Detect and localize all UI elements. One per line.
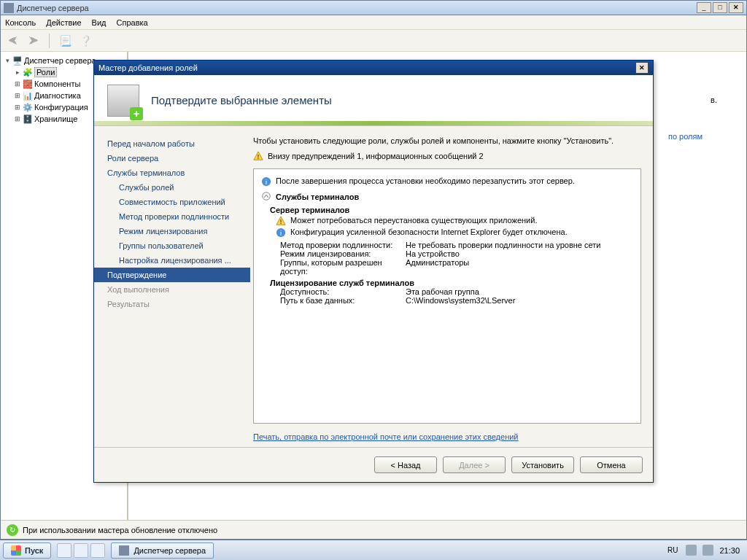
taskbar-app-label: Диспетчер сервера (133, 546, 206, 555)
kv-val: На устройство (406, 249, 460, 258)
collapse-icon[interactable] (261, 191, 271, 203)
expander-icon[interactable]: ▾ (4, 57, 11, 64)
maximize-button[interactable]: □ (713, 2, 727, 13)
info-icon: i (276, 228, 286, 239)
toolbar-separator (49, 34, 50, 48)
wizard-close-button[interactable]: ✕ (635, 62, 649, 74)
minimize-button[interactable]: _ (697, 2, 711, 13)
status-bar: ↻ При использовании мастера обновление о… (1, 520, 746, 539)
kv-key: Режим лицензирования: (280, 249, 406, 258)
expander-icon[interactable]: ⊞ (14, 92, 21, 99)
cancel-button[interactable]: Отмена (580, 456, 643, 473)
expander-icon[interactable]: ▸ (14, 69, 21, 76)
kv-key: Путь к базе данных: (280, 296, 406, 305)
components-icon: 🧱 (23, 79, 33, 89)
quick-launch-item[interactable] (57, 543, 71, 558)
tray-icon[interactable] (686, 545, 697, 556)
back-button[interactable]: < Назад (374, 456, 437, 473)
next-button: Далее > (443, 456, 506, 473)
intro-text: Чтобы установить следующие роли, службы … (253, 136, 641, 145)
svg-point-4 (263, 192, 271, 201)
nav-licensing-config[interactable]: Настройка лицензирования ... (94, 253, 250, 268)
warning-icon: ! (276, 216, 286, 226)
menu-help[interactable]: Справка (117, 18, 148, 27)
kv-val: Администраторы (406, 258, 469, 276)
clock[interactable]: 21:30 (719, 546, 740, 555)
nav-auth-method[interactable]: Метод проверки подлинности (94, 209, 250, 224)
expander-icon[interactable]: ⊞ (14, 115, 21, 122)
app-icon (4, 3, 14, 13)
taskbar[interactable]: Пуск Диспетчер сервера RU 21:30 (0, 540, 747, 560)
quick-launch-item[interactable] (74, 543, 88, 558)
forward-button: ⮞ (26, 33, 42, 49)
svg-text:!: ! (258, 153, 259, 160)
nav-server-roles[interactable]: Роли сервера (94, 151, 250, 166)
warning-icon: ! (253, 151, 263, 161)
wizard-icon (107, 85, 139, 117)
refresh-status-icon: ↻ (7, 524, 18, 536)
svg-text:!: ! (280, 218, 282, 225)
back-button: ⮜ (5, 33, 21, 49)
menu-view[interactable]: Вид (92, 18, 107, 27)
text-fragment: в. (711, 96, 717, 104)
menu-console[interactable]: Консоль (5, 18, 36, 27)
info-text: После завершения процесса установки необ… (276, 176, 575, 185)
server-icon: 🖥️ (12, 55, 23, 66)
config-icon: ⚙️ (23, 102, 33, 112)
expander-icon[interactable]: ⊞ (14, 80, 21, 88)
windows-logo-icon (11, 545, 21, 556)
titlebar[interactable]: Диспетчер сервера _ □ ✕ (1, 1, 746, 15)
quick-launch (57, 543, 105, 558)
install-button[interactable]: Установить (511, 456, 574, 473)
svg-text:i: i (280, 230, 282, 237)
kv-key: Метод проверки подлинности: (280, 241, 406, 249)
quick-launch-item[interactable] (90, 543, 105, 558)
language-indicator[interactable]: RU (665, 545, 680, 555)
nav-terminal-services[interactable]: Службы терминалов (94, 166, 250, 180)
expander-icon[interactable]: ⊞ (14, 104, 21, 111)
kv-val: C:\Windows\system32\LServer (406, 296, 515, 305)
wizard-buttons: < Назад Далее > Установить Отмена (94, 447, 653, 482)
sub-ts-licensing: Лицензирование служб терминалов (261, 279, 633, 287)
tree-label: Роли (34, 67, 57, 77)
diagnostics-icon: 📊 (23, 90, 33, 101)
nav-licensing-mode[interactable]: Режим лицензирования (94, 224, 250, 238)
nav-progress: Ход выполнения (94, 282, 250, 297)
section-terminal-services: Службы терминалов (276, 192, 359, 201)
roles-icon: 🧩 (23, 67, 33, 77)
nav-app-compat[interactable]: Совместимость приложений (94, 195, 250, 209)
refresh-button[interactable]: 📃 (57, 33, 73, 49)
close-button[interactable]: ✕ (729, 2, 743, 13)
confirmation-details[interactable]: i После завершения процесса установки не… (253, 168, 641, 424)
nav-before-you-begin[interactable]: Перед началом работы (94, 136, 250, 151)
app-icon (119, 545, 129, 556)
nav-results: Результаты (94, 297, 250, 311)
wizard-title: Мастер добавления ролей (98, 63, 198, 72)
add-roles-wizard: Мастер добавления ролей ✕ Подтвердите вы… (93, 60, 654, 483)
nav-confirmation[interactable]: Подтверждение (94, 268, 250, 282)
window-title: Диспетчер сервера (17, 4, 697, 12)
tree-root-label: Диспетчер сервера (24, 56, 96, 65)
info-icon: i (261, 176, 271, 188)
wizard-content: Чтобы установить следующие роли, службы … (250, 126, 653, 447)
menu-action[interactable]: Действие (46, 18, 81, 27)
start-button[interactable]: Пуск (3, 542, 51, 559)
storage-icon: 🗄️ (23, 114, 33, 124)
taskbar-app-button[interactable]: Диспетчер сервера (111, 542, 214, 559)
wizard-nav: Перед началом работы Роли сервера Службы… (94, 126, 250, 447)
wizard-titlebar[interactable]: Мастер добавления ролей ✕ (94, 61, 653, 75)
kv-val: Эта рабочая группа (406, 287, 479, 296)
tree-label: Конфигурация (34, 103, 88, 112)
wizard-heading: Подтвердите выбранные элементы (151, 94, 332, 106)
warn-summary: Внизу предупреждений 1, информационных с… (268, 152, 484, 160)
nav-role-services[interactable]: Службы ролей (94, 180, 250, 195)
help-button[interactable]: ❔ (77, 33, 93, 49)
roles-link[interactable]: по ролям (668, 132, 703, 141)
sub-terminal-server: Сервер терминалов (261, 206, 633, 214)
kv-key: Доступность: (280, 287, 406, 296)
menubar: Консоль Действие Вид Справка (1, 15, 746, 30)
tray-icon[interactable] (703, 545, 713, 556)
svg-text:i: i (266, 179, 267, 186)
nav-user-groups[interactable]: Группы пользователей (94, 238, 250, 253)
print-export-link[interactable]: Печать, отправка по электронной почте ил… (253, 432, 641, 441)
